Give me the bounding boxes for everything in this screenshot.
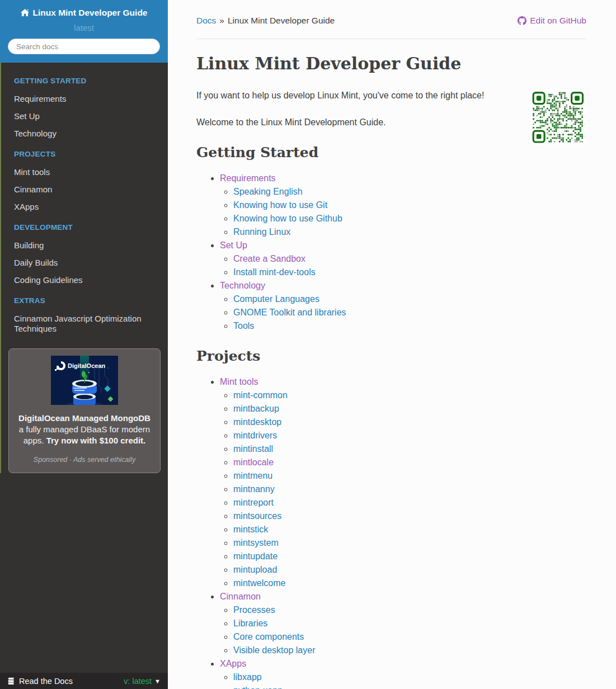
toc-item: mintwelcome	[233, 577, 586, 590]
nav-section-caption: PROJECTS	[1, 150, 168, 158]
page-title: Linux Mint Developer Guide	[196, 54, 586, 73]
toc-item: Tools	[233, 319, 586, 333]
nav-sections: GETTING STARTEDRequirementsSet UpTechnol…	[1, 77, 168, 337]
toc-link-mintsystem[interactable]: mintsystem	[233, 538, 279, 548]
toc-link-mintupdate[interactable]: mintupdate	[233, 551, 278, 561]
toc-link-python-xapp[interactable]: python-xapp	[233, 686, 283, 689]
toc-link-visible-desktop-layer[interactable]: Visible desktop layer	[233, 645, 315, 655]
toc-link-mintwelcome[interactable]: mintwelcome	[233, 578, 285, 588]
toc-link-mintstick[interactable]: mintstick	[233, 525, 268, 534]
toc-link-mintsources[interactable]: mintsources	[233, 511, 281, 521]
toc-item: Create a Sandbox	[233, 252, 586, 266]
toc-link-core-components[interactable]: Core components	[233, 632, 304, 641]
toc-link-running-linux[interactable]: Running Linux	[233, 227, 290, 237]
edit-on-github-link[interactable]: Edit on GitHub	[518, 16, 586, 26]
toc-item: Libraries	[233, 617, 586, 630]
toc-link-mintinstall[interactable]: mintinstall	[233, 444, 273, 454]
toc-projects: Mint toolsmint-commonmintbackupmintdeskt…	[196, 375, 586, 689]
nav-item: XApps	[1, 198, 168, 215]
toc-link-mint-tools[interactable]: Mint tools	[220, 377, 258, 386]
sidebar-item-xapps[interactable]: XApps	[1, 198, 168, 215]
toc-item: mintdrivers	[233, 429, 586, 442]
book-icon	[7, 677, 15, 685]
toc-item: mintinstall	[233, 442, 586, 456]
toc-item: mintstick	[233, 523, 586, 536]
read-the-docs-link[interactable]: Read the Docs	[7, 677, 73, 686]
ethical-ad-card[interactable]: DigitalOcean DigitalOcean Managed MongoD…	[8, 348, 161, 473]
toc-link-mintreport[interactable]: mintreport	[233, 498, 274, 507]
toc-link-mintlocale[interactable]: mintlocale	[233, 457, 274, 467]
breadcrumb-docs-link[interactable]: Docs	[196, 16, 216, 25]
toc-item: mintmenu	[233, 469, 586, 483]
sidebar-item-cinnamon[interactable]: Cinnamon	[1, 181, 168, 198]
nav-section-caption: DEVELOPMENT	[1, 223, 168, 232]
sidebar-item-building[interactable]: Building	[1, 237, 168, 254]
toc-link-processes[interactable]: Processes	[233, 605, 275, 615]
toc-item: CinnamonProcessesLibrariesCore component…	[220, 590, 586, 657]
chevron-down-icon: ▼	[154, 678, 161, 685]
toc-link-gnome-toolkit-and-libraries[interactable]: GNOME Toolkit and libraries	[233, 308, 346, 317]
toc-link-mintdesktop[interactable]: mintdesktop	[233, 417, 281, 427]
toc-item: mintlocale	[233, 456, 586, 469]
sidebar-item-set-up[interactable]: Set Up	[1, 107, 168, 125]
toc-link-computer-languages[interactable]: Computer Languages	[233, 294, 319, 304]
ad-headline: DigitalOcean Managed MongoDB	[18, 413, 151, 423]
version-switcher[interactable]: v: latest ▼	[124, 677, 161, 686]
search-input[interactable]	[8, 39, 160, 54]
toc-link-xapps[interactable]: XApps	[220, 659, 246, 668]
toc-link-libraries[interactable]: Libraries	[233, 619, 267, 628]
nav-item: Coding Guidelines	[1, 271, 168, 289]
read-the-docs-label: Read the Docs	[19, 677, 73, 686]
digitalocean-brand-text: DigitalOcean	[68, 362, 106, 369]
sidebar-item-daily-builds[interactable]: Daily Builds	[1, 254, 168, 271]
sidebar: Linux Mint Developer Guide latest GETTIN…	[0, 0, 168, 689]
rtd-version-flyout[interactable]: Read the Docs v: latest ▼	[0, 673, 168, 689]
version-label: latest	[6, 23, 162, 32]
toc-link-install-mint-dev-tools[interactable]: Install mint-dev-tools	[233, 267, 316, 277]
toc-link-create-a-sandbox[interactable]: Create a Sandbox	[233, 254, 305, 263]
sidebar-item-technology[interactable]: Technology	[1, 125, 168, 142]
toc-link-mint-common[interactable]: mint-common	[233, 390, 288, 400]
digitalocean-ad-image: DigitalOcean	[51, 356, 118, 405]
toc-link-speaking-english[interactable]: Speaking English	[233, 187, 303, 196]
toc-item: mintsources	[233, 509, 586, 523]
toc-link-mintnanny[interactable]: mintnanny	[233, 484, 275, 494]
sidebar-item-coding-guidelines[interactable]: Coding Guidelines	[1, 271, 168, 289]
toc-item: mintbackup	[233, 402, 586, 416]
nav-item: Building	[1, 237, 168, 254]
sidebar-nav: GETTING STARTEDRequirementsSet UpTechnol…	[0, 63, 168, 473]
intro-paragraph-2: Welcome to the Linux Mint Development Gu…	[196, 116, 521, 129]
sidebar-header: Linux Mint Developer Guide latest	[0, 0, 168, 63]
edit-on-github-label: Edit on GitHub	[530, 16, 586, 26]
toc-link-mintmenu[interactable]: mintmenu	[233, 471, 272, 480]
toc-getting-started: RequirementsSpeaking EnglishKnowing how …	[196, 172, 586, 333]
section-heading-projects: Projects	[196, 348, 586, 364]
toc-item: Visible desktop layer	[233, 644, 586, 657]
nav-item: Daily Builds	[1, 254, 168, 271]
toc-link-cinnamon[interactable]: Cinnamon	[220, 592, 261, 601]
toc-item: mintdesktop	[233, 416, 586, 429]
toc-link-knowing-how-to-use-git[interactable]: Knowing how to use Git	[233, 200, 327, 210]
toc-link-requirements[interactable]: Requirements	[220, 173, 276, 183]
sidebar-item-mint-tools[interactable]: Mint tools	[1, 163, 168, 181]
toc-link-libxapp[interactable]: libxapp	[233, 672, 262, 682]
nav-item: Technology	[1, 125, 168, 142]
toc-item: Running Linux	[233, 225, 586, 239]
project-title: Linux Mint Developer Guide	[33, 8, 148, 18]
toc-item: RequirementsSpeaking EnglishKnowing how …	[220, 172, 586, 239]
ad-cta: Try now with $100 credit.	[46, 436, 146, 445]
toc-link-technology[interactable]: Technology	[220, 281, 265, 290]
breadcrumb-current: Linux Mint Developer Guide	[228, 16, 335, 25]
toc-link-mintbackup[interactable]: mintbackup	[233, 404, 279, 413]
toc-item: Speaking English	[233, 185, 586, 199]
toc-link-tools[interactable]: Tools	[233, 321, 254, 331]
toc-link-knowing-how-to-use-github[interactable]: Knowing how to use Github	[233, 214, 342, 223]
toc-item: Install mint-dev-tools	[233, 266, 586, 279]
toc-link-set-up[interactable]: Set Up	[220, 240, 247, 250]
nav-item: Requirements	[1, 90, 168, 107]
sidebar-item-requirements[interactable]: Requirements	[1, 90, 168, 107]
toc-link-mintdrivers[interactable]: mintdrivers	[233, 431, 277, 440]
project-home-link[interactable]: Linux Mint Developer Guide	[21, 8, 148, 18]
toc-link-mintupload[interactable]: mintupload	[233, 565, 277, 574]
sidebar-item-cinnamon-javascript-optimization-techniques[interactable]: Cinnamon Javascript Optimization Techniq…	[1, 310, 168, 337]
